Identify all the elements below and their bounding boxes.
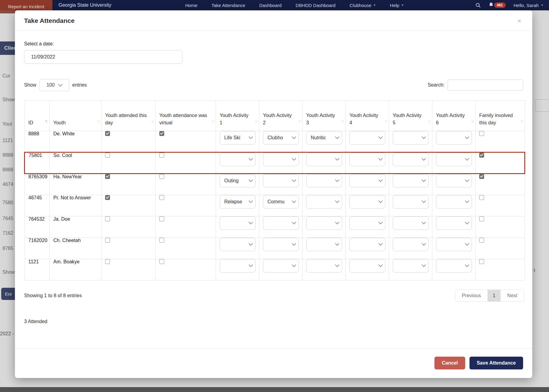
youth-activity-select-1[interactable]: Life Ski	[220, 131, 256, 144]
date-input[interactable]	[24, 50, 182, 64]
column-header-youth-attended-this-day[interactable]: Youth attended this day↑↓	[101, 101, 156, 131]
youth-activity-select-1[interactable]: Relapse	[220, 195, 256, 208]
column-header-youth-activity-4[interactable]: Youth Activity 4↑↓	[346, 101, 389, 131]
attended-checkbox[interactable]	[105, 259, 110, 264]
pagination-previous[interactable]: Previous	[455, 290, 487, 301]
user-menu[interactable]: Hello, Sarah ▼	[514, 3, 544, 8]
youth-activity-select-3[interactable]: Nutritic	[306, 131, 342, 144]
virtual-checkbox[interactable]	[159, 174, 164, 179]
column-header-youth-attendance-was-virtual[interactable]: Youth attendance was virtual↑↓	[156, 101, 216, 131]
attended-checkbox[interactable]	[105, 238, 110, 243]
youth-activity-select-6[interactable]	[436, 174, 472, 187]
family-involved-checkbox[interactable]	[479, 174, 484, 179]
activity-cell: Relapse	[216, 195, 259, 216]
youth-activity-select-3[interactable]	[306, 216, 342, 230]
youth-activity-select-3[interactable]	[306, 259, 342, 273]
nav-link-label: DBHDD Dashboard	[296, 3, 335, 8]
save-attendance-button[interactable]: Save Attendance	[469, 357, 523, 369]
cancel-button[interactable]: Cancel	[434, 357, 465, 369]
youth-activity-select-5[interactable]	[393, 174, 429, 187]
family-involved-checkbox[interactable]	[479, 259, 484, 264]
virtual-checkbox[interactable]	[159, 216, 164, 221]
virtual-checkbox[interactable]	[159, 131, 164, 136]
nav-link-dashboard[interactable]: Dashboard	[259, 3, 282, 8]
chevron-down-icon	[335, 241, 339, 246]
youth-activity-select-2[interactable]	[263, 174, 299, 187]
attended-checkbox[interactable]	[105, 174, 110, 179]
youth-activity-select-2[interactable]	[263, 153, 299, 166]
youth-activity-select-1[interactable]	[220, 259, 256, 273]
youth-activity-select-6[interactable]	[436, 259, 472, 273]
youth-activity-select-5[interactable]	[393, 238, 429, 251]
attended-checkbox[interactable]	[105, 216, 110, 221]
youth-activity-select-4[interactable]	[349, 238, 385, 251]
youth-activity-select-2[interactable]	[263, 259, 299, 273]
youth-activity-select-1[interactable]: Outing	[220, 174, 256, 187]
youth-activity-select-4[interactable]	[349, 131, 385, 144]
youth-activity-select-2[interactable]	[263, 238, 299, 251]
column-header-youth-activity-6[interactable]: Youth Activity 6↑↓	[432, 101, 476, 131]
chevron-down-icon	[422, 178, 426, 182]
attended-checkbox[interactable]	[105, 153, 110, 158]
youth-activity-select-3[interactable]	[306, 195, 342, 208]
virtual-checkbox[interactable]	[159, 238, 164, 243]
family-involved-checkbox[interactable]	[479, 216, 484, 221]
attended-checkbox[interactable]	[105, 131, 110, 136]
youth-activity-select-4[interactable]	[349, 153, 385, 166]
family-involved-cell	[476, 174, 525, 195]
family-involved-checkbox[interactable]	[479, 153, 484, 158]
family-involved-checkbox[interactable]	[479, 238, 484, 243]
nav-link-take-attendance[interactable]: Take Attendance	[211, 3, 245, 8]
column-header-youth-activity-1[interactable]: Youth Activity 1↑↓	[216, 101, 259, 131]
pagination-current-page[interactable]: 1	[487, 290, 501, 301]
column-header-youth-activity-3[interactable]: Youth Activity 3↑↓	[303, 101, 346, 131]
youth-activity-select-3[interactable]	[306, 153, 342, 166]
column-header-youth[interactable]: Youth↑↓	[50, 101, 101, 131]
youth-activity-select-2[interactable]	[263, 216, 299, 230]
youth-activity-select-2[interactable]: Commu	[263, 195, 299, 208]
attended-checkbox[interactable]	[105, 195, 110, 200]
youth-activity-select-3[interactable]	[306, 238, 342, 251]
nav-link-clubhouse[interactable]: Clubhouse▼	[349, 3, 376, 8]
youth-activity-select-3[interactable]	[306, 174, 342, 187]
youth-name-cell: Pr. Not to Answer	[50, 195, 101, 216]
column-header-youth-activity-2[interactable]: Youth Activity 2↑↓	[259, 101, 303, 131]
family-involved-checkbox[interactable]	[479, 195, 484, 200]
youth-activity-select-5[interactable]	[393, 195, 429, 208]
youth-activity-select-5[interactable]	[393, 259, 429, 273]
close-icon[interactable]: ×	[515, 17, 523, 25]
youth-activity-select-6[interactable]	[436, 195, 472, 208]
search-icon[interactable]	[476, 3, 481, 8]
column-header-youth-activity-5[interactable]: Youth Activity 5↑↓	[389, 101, 432, 131]
youth-activity-select-1[interactable]	[220, 153, 256, 166]
youth-activity-select-6[interactable]	[436, 238, 472, 251]
nav-link-help[interactable]: Help▼	[390, 3, 404, 8]
youth-activity-select-5[interactable]	[393, 153, 429, 166]
column-header-family-involved-this-day[interactable]: Family involved this day↑↓	[476, 101, 525, 131]
youth-activity-select-1[interactable]	[220, 216, 256, 230]
search-input[interactable]	[448, 80, 523, 91]
youth-activity-select-4[interactable]	[349, 174, 385, 187]
virtual-checkbox[interactable]	[159, 259, 164, 264]
youth-activity-select-5[interactable]	[393, 216, 429, 230]
youth-activity-select-4[interactable]	[349, 216, 385, 230]
virtual-checkbox[interactable]	[159, 195, 164, 200]
column-header-id[interactable]: ID↑↓	[25, 101, 50, 131]
virtual-checkbox[interactable]	[159, 153, 164, 158]
youth-activity-select-2[interactable]: Clubho	[263, 131, 299, 144]
youth-activity-select-5[interactable]	[393, 131, 429, 144]
youth-name-cell: Am. Boakye	[50, 259, 101, 280]
nav-link-home[interactable]: Home	[185, 3, 197, 8]
pagination-next[interactable]: Next	[501, 290, 524, 301]
youth-activity-select-1[interactable]	[220, 238, 256, 251]
show-entries-select[interactable]: 100	[39, 79, 69, 91]
youth-activity-select-6[interactable]	[436, 131, 472, 144]
youth-activity-select-4[interactable]	[349, 195, 385, 208]
youth-activity-select-6[interactable]	[436, 216, 472, 230]
nav-link-dbhdd-dashboard[interactable]: DBHDD Dashboard	[296, 3, 335, 8]
youth-activity-select-4[interactable]	[349, 259, 385, 273]
family-involved-checkbox[interactable]	[479, 131, 484, 136]
column-header-label: Youth Activity 4	[349, 113, 378, 125]
notifications[interactable]: 461	[489, 2, 506, 8]
youth-activity-select-6[interactable]	[436, 153, 472, 166]
